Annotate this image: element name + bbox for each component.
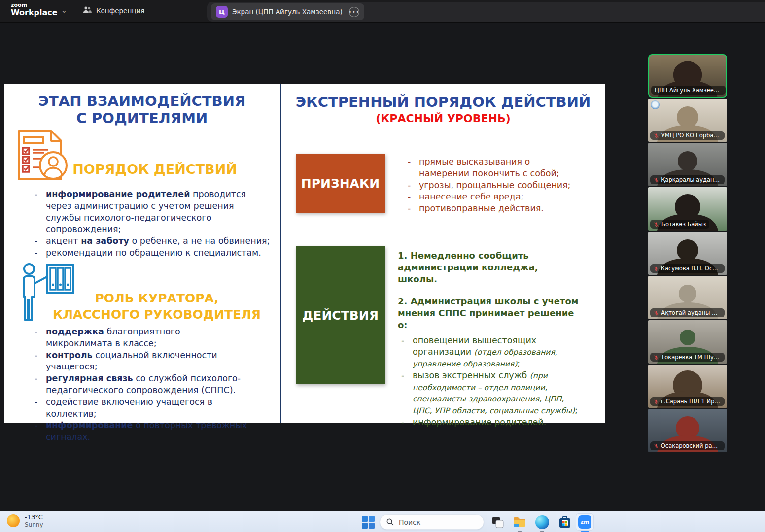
muted-mic-icon <box>654 133 659 138</box>
participant-tile[interactable]: г.Сарань ШЛ 1 Ирин… <box>648 365 727 408</box>
left-bullet-list-2: -поддержка благоприятного микроклимата в… <box>31 326 248 443</box>
participant-tile[interactable]: ЦПП Айгуль Хамзеевна <box>648 54 727 98</box>
sun-icon <box>7 514 20 527</box>
participant-tile[interactable]: Касумова В.Н. Осака… <box>648 232 727 275</box>
participant-name-pill: Токаревка ТМ Шуку… <box>650 353 725 362</box>
bullet-dash: - <box>31 235 46 247</box>
right-slide-subtitle: (КРАСНЫЙ УРОВЕНЬ) <box>281 112 605 125</box>
bullet-item: -противоправные действия. <box>404 203 578 215</box>
participant-name: Қарқаралы ауданы … <box>661 176 721 183</box>
tab-screen-share[interactable]: Ц Экран (ЦПП Айгуль Хамзеевна) ••• <box>211 3 364 20</box>
bullet-text: прямые высказывания о намерении покончит… <box>419 156 578 180</box>
windows-logo-icon <box>362 516 375 529</box>
windows-taskbar: -13°C Sunny Поиск <box>0 511 765 532</box>
weather-widget[interactable]: -13°C Sunny <box>7 513 43 529</box>
search-box[interactable]: Поиск <box>380 514 484 530</box>
muted-mic-icon <box>654 399 659 404</box>
bullet-dash: - <box>404 156 419 180</box>
search-icon <box>386 518 394 526</box>
bullet-text: противоправные действия. <box>419 203 578 215</box>
heading-poryadok: ПОРЯДОК ДЕЙСТВИЙ <box>71 162 239 177</box>
bullet-item: -акцент на заботу о ребенке, а не на обв… <box>31 235 270 247</box>
participant-name: г.Сарань ШЛ 1 Ирин… <box>661 398 721 405</box>
participant-tile[interactable]: УМЦ РО КО Горбат… <box>648 99 727 142</box>
signs-box: ПРИЗНАКИ <box>296 154 385 213</box>
participant-name: ЦПП Айгуль Хамзеевна <box>655 87 722 94</box>
participant-name-pill: Осакаровский район… <box>650 441 725 450</box>
participant-name-pill: Қарқаралы ауданы … <box>650 175 725 184</box>
task-view-button[interactable] <box>491 515 505 529</box>
bullet-dash: - <box>398 370 413 417</box>
start-button[interactable] <box>362 516 375 529</box>
muted-mic-icon <box>654 310 659 316</box>
actions-box: ДЕЙСТВИЯ <box>296 246 385 384</box>
bullet-dash: - <box>404 191 419 203</box>
participant-name: Токаревка ТМ Шуку… <box>661 354 721 361</box>
bullet-dash: - <box>31 326 46 350</box>
weather-condition: Sunny <box>25 521 43 528</box>
bullet-text: оповещении вышестоящих организации (отде… <box>413 335 585 370</box>
bullet-dash: - <box>404 180 419 192</box>
participant-tile[interactable]: Осакаровский район… <box>648 409 727 452</box>
muted-mic-icon <box>654 355 659 360</box>
participant-tile[interactable]: Қарқаралы ауданы … <box>648 143 727 186</box>
actions-text-block: 1. Немедленно сообщить администрации кол… <box>398 250 607 429</box>
bullet-item: -рекомендации по обращению к специалиста… <box>31 247 270 259</box>
store-button[interactable] <box>558 515 572 529</box>
folder-icon <box>513 515 526 529</box>
bullet-text: информирование родителей проводится чере… <box>46 189 270 235</box>
zoom-workplace-logo: zoom Workplace <box>11 2 58 17</box>
participant-tile[interactable]: Токаревка ТМ Шуку… <box>648 320 727 364</box>
people-icon <box>83 6 92 15</box>
participants-strip: ЦПП Айгуль ХамзеевнаУМЦ РО КО Горбат…Қар… <box>648 54 727 453</box>
bullet-item: -контроль социальной включенности учащег… <box>31 350 248 373</box>
file-explorer-button[interactable] <box>513 515 526 529</box>
tab-conference[interactable]: Конференция <box>83 6 144 15</box>
screen-share-tab-icon: Ц <box>216 6 228 18</box>
participant-name: УМЦ РО КО Горбат… <box>661 132 721 139</box>
bullet-text: нанесение себе вреда; <box>419 191 578 203</box>
participant-name-pill: ЦПП Айгуль Хамзеевна <box>651 86 726 95</box>
bullet-text: поддержка благоприятного микроклимата в … <box>46 326 248 350</box>
actions-step-1: 1. Немедленно сообщить администрации кол… <box>398 250 579 285</box>
bullet-text: контроль социальной включенности учащего… <box>46 350 248 373</box>
participant-name-pill: Касумова В.Н. Осака… <box>650 264 725 273</box>
bullet-dash: - <box>398 417 413 429</box>
weather-temperature: -13°C <box>25 513 43 521</box>
org-logo <box>651 100 660 109</box>
participant-name: Ақтоғай ауданы Қо… <box>661 309 721 316</box>
participant-name-pill: УМЦ РО КО Горбат… <box>650 131 725 140</box>
search-placeholder-text: Поиск <box>399 518 420 526</box>
bullet-text: регулярная связь со службой психолого-пе… <box>46 373 248 397</box>
bullet-dash: - <box>31 373 46 397</box>
bullet-dash: - <box>398 335 413 370</box>
more-options-icon[interactable]: ••• <box>349 7 359 17</box>
zoom-taskbar-button[interactable]: zm <box>576 513 594 531</box>
bullet-item: -информирование о повторных тревожных си… <box>31 420 248 443</box>
muted-mic-icon <box>654 443 659 449</box>
zoom-titlebar: zoom Workplace ⌄ Конференция Ц Экран (ЦП… <box>0 0 765 23</box>
muted-mic-icon <box>654 177 659 183</box>
slide-left-panel: ЭТАП ВЗАИМОДЕЙСТВИЯ С РОДИТЕЛЯМИ ПОРЯДОК… <box>4 84 280 423</box>
participant-tile[interactable]: Ақтоғай ауданы Қо… <box>648 276 727 319</box>
bullet-item: -угрозы, прощальные сообщения; <box>404 180 578 192</box>
bullet-item: -информирование родителей. <box>398 417 607 429</box>
left-slide-title: ЭТАП ВЗАИМОДЕЙСТВИЯ С РОДИТЕЛЯМИ <box>9 93 275 128</box>
edge-button[interactable] <box>535 515 549 529</box>
actions-step-2: 2. Администрация школы с учетом мнения С… <box>398 296 579 331</box>
slide-right-panel: ЭКСТРЕННЫЙ ПОРЯДОК ДЕЙСТВИЙ (КРАСНЫЙ УРО… <box>281 84 605 423</box>
bullet-text: рекомендации по обращению к специалистам… <box>46 247 270 259</box>
bullet-dash: - <box>31 397 46 420</box>
bullet-dash: - <box>31 189 46 235</box>
chevron-down-icon[interactable]: ⌄ <box>61 6 67 14</box>
bullet-dash: - <box>404 203 419 215</box>
participant-name-pill: Ақтоғай ауданы Қо… <box>650 308 725 317</box>
bullet-item: -оповещении вышестоящих организации (отд… <box>398 335 607 370</box>
participant-tile[interactable]: Ботакөз Байыз <box>648 187 727 231</box>
task-view-icon <box>491 515 505 529</box>
bullet-item: -вызов экстренных служб (при необходимос… <box>398 370 607 417</box>
bullet-dash: - <box>31 420 46 443</box>
tab-screen-share-label: Экран (ЦПП Айгуль Хамзеевна) <box>232 8 343 16</box>
bullet-item: -поддержка благоприятного микроклимата в… <box>31 326 248 350</box>
bullet-item: -прямые высказывания о намерении покончи… <box>404 156 578 180</box>
